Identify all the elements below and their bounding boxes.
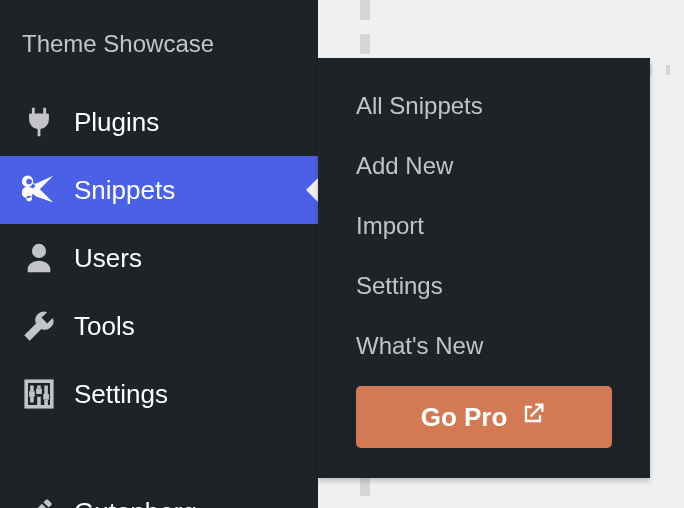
sidebar-section-heading[interactable]: Theme Showcase — [0, 0, 318, 88]
svg-rect-2 — [43, 394, 49, 400]
menu-label: Users — [74, 243, 142, 274]
sidebar-item-snippets[interactable]: Snippets — [0, 156, 318, 224]
menu-label: Settings — [74, 379, 168, 410]
sliders-icon — [22, 377, 56, 411]
snippets-submenu: All Snippets Add New Import Settings Wha… — [318, 58, 650, 478]
sidebar-item-plugins[interactable]: Plugins — [0, 88, 318, 156]
user-icon — [22, 241, 56, 275]
submenu-item-all-snippets[interactable]: All Snippets — [318, 76, 650, 136]
submenu-item-import[interactable]: Import — [318, 196, 650, 256]
submenu-item-settings[interactable]: Settings — [318, 256, 650, 316]
wrench-icon — [22, 309, 56, 343]
svg-rect-0 — [29, 391, 35, 397]
sidebar-item-settings[interactable]: Settings — [0, 360, 318, 428]
menu-label: Gutenberg — [74, 497, 197, 509]
sidebar-item-users[interactable]: Users — [0, 224, 318, 292]
menu-label: Tools — [74, 311, 135, 342]
svg-rect-1 — [36, 388, 42, 394]
submenu-item-whats-new[interactable]: What's New — [318, 316, 650, 376]
go-pro-button[interactable]: Go Pro — [356, 386, 612, 448]
scissors-icon — [22, 173, 56, 207]
plugin-icon — [22, 105, 56, 139]
menu-separator — [0, 428, 318, 478]
sidebar-item-tools[interactable]: Tools — [0, 292, 318, 360]
menu-label: Plugins — [74, 107, 159, 138]
admin-menu: Plugins Snippets Users Tools Settings — [0, 88, 318, 508]
go-pro-label: Go Pro — [421, 402, 508, 433]
admin-sidebar: Theme Showcase Plugins Snippets Users To… — [0, 0, 318, 508]
menu-label: Snippets — [74, 175, 175, 206]
submenu-item-add-new[interactable]: Add New — [318, 136, 650, 196]
external-link-icon — [519, 400, 547, 435]
sidebar-item-gutenberg[interactable]: Gutenberg — [0, 478, 318, 508]
pencil-icon — [22, 495, 56, 508]
submenu-cta-container: Go Pro — [318, 376, 650, 448]
